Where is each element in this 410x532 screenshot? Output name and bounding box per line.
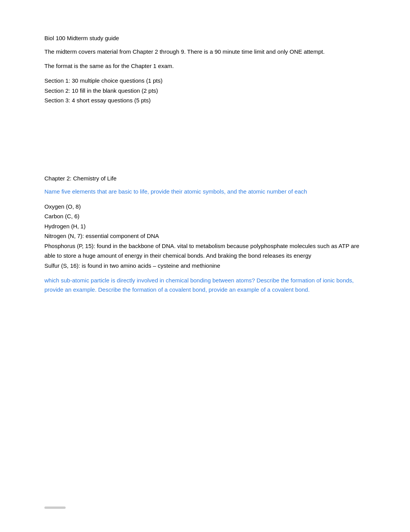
- answer-line-5: Phosphorus (P, 15): found in the backbon…: [44, 241, 366, 261]
- scrollbar-indicator[interactable]: [44, 507, 66, 509]
- page-title: Biol 100 Midterm study guide: [44, 35, 366, 41]
- question-1: Name five elements that are basic to lif…: [44, 187, 366, 196]
- section-3-label: Section 3: 4 short essay questions (5 pt…: [44, 95, 366, 105]
- intro-paragraph-1: The midterm covers material from Chapter…: [44, 48, 366, 56]
- section-1-label: Section 1: 30 multiple choice questions …: [44, 76, 366, 86]
- intro-paragraph-2: The format is the same as for the Chapte…: [44, 62, 366, 71]
- answer-line-2: Carbon (C, 6): [44, 211, 366, 221]
- answer-line-6: Sulfur (S, 16): is found in two amino ac…: [44, 261, 366, 271]
- page: Biol 100 Midterm study guide The midterm…: [0, 0, 410, 532]
- answer-block-1: Oxygen (O, 8) Carbon (C, 6) Hydrogen (H,…: [44, 202, 366, 271]
- answer-line-1: Oxygen (O, 8): [44, 202, 366, 212]
- question-2: which sub-atomic particle is directly in…: [44, 276, 366, 294]
- chapter-2-title: Chapter 2: Chemistry of Life: [44, 175, 366, 182]
- answer-line-4: Nitrogen (N, 7): essential component of …: [44, 231, 366, 241]
- sections-list: Section 1: 30 multiple choice questions …: [44, 76, 366, 105]
- answer-line-3: Hydrogen (H, 1): [44, 221, 366, 231]
- section-2-label: Section 2: 10 fill in the blank question…: [44, 86, 366, 96]
